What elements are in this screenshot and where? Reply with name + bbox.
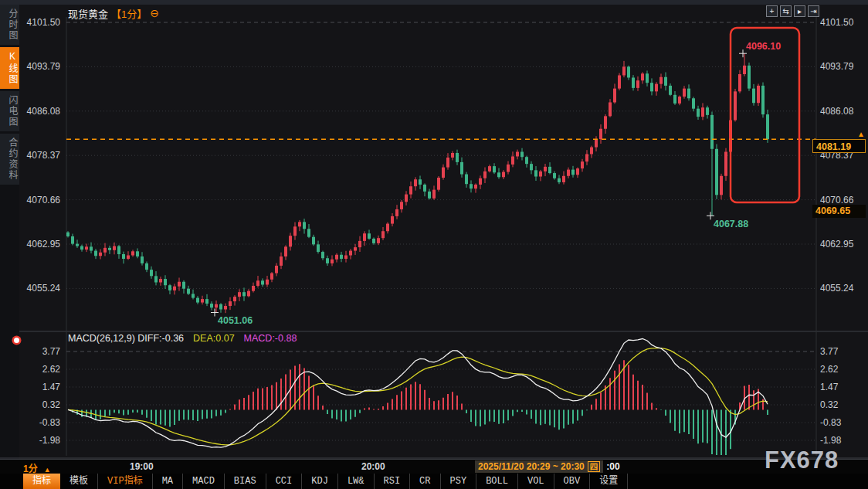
svg-text:-0.83: -0.83 (39, 417, 61, 428)
svg-text:4070.66: 4070.66 (27, 195, 61, 205)
chart-tools: + ⇆ ▸ ⇥ (766, 5, 819, 17)
price-up-arrow-icon: ▲ (857, 130, 865, 138)
crosshair-icon[interactable]: + (766, 5, 778, 17)
pause-icon[interactable]: ⊖ (150, 8, 159, 19)
svg-text:4055.24: 4055.24 (27, 283, 61, 294)
price-annotation: 4051.06 (218, 315, 253, 326)
interval-switch[interactable]: 1分▲ (23, 461, 51, 474)
svg-text:-1.98: -1.98 (820, 435, 842, 446)
svg-text:4093.79: 4093.79 (820, 61, 854, 72)
diff-line (68, 339, 768, 448)
macd-dea-value: DEA:0.07 (193, 333, 235, 344)
svg-text:4093.79: 4093.79 (27, 61, 61, 72)
triangle-up-icon: ▲ (44, 466, 51, 474)
toolbar-item-7[interactable]: KDJ (302, 474, 338, 489)
time-tick: 20:00 (361, 461, 385, 472)
macd-layer (68, 339, 768, 455)
toolbar-item-12[interactable]: BOLL (476, 474, 518, 489)
playback-icon[interactable]: ▸ (794, 5, 805, 17)
svg-text:0.32: 0.32 (42, 399, 61, 410)
svg-text:-1.98: -1.98 (39, 435, 61, 446)
toolbar-item-9[interactable]: RSI (375, 474, 411, 489)
toolbar-item-14[interactable]: OBV (554, 474, 591, 489)
indicator-toolbar: 指标模板VIP指标MAMACDBIASCCIKDJLW&RSICRPSYBOLL… (0, 474, 868, 489)
chart-window: 分时图 K线图 闪电图 合约资料 4101.504101.504093.7940… (0, 0, 868, 489)
crosshair-time-range: 2025/11/20 20:29 ~ 20:30四 :00 (475, 460, 620, 473)
toolbar-item-10[interactable]: CR (410, 474, 440, 489)
toolbar-item-15[interactable]: 设置 (590, 474, 628, 489)
dea-line (68, 348, 768, 445)
current-price-tag: 4081.19 (812, 139, 866, 153)
time-axis: 1分▲ 19:0020:00 2025/11/20 20:29 ~ 20:30四… (0, 459, 868, 474)
svg-text:1.47: 1.47 (42, 382, 61, 392)
toolbar-item-3[interactable]: MA (153, 474, 183, 489)
chart-title-bar: 现货黄金 【1分】 ⊖ (68, 6, 159, 21)
live-dot-icon (14, 338, 19, 343)
interval-tag: 【1分】 (111, 6, 147, 21)
toolbar-item-0[interactable]: 指标 (23, 474, 60, 489)
time-tick: 19:00 (130, 461, 154, 472)
svg-text:1.47: 1.47 (820, 382, 839, 392)
toolbar-item-2[interactable]: VIP指标 (98, 474, 153, 489)
svg-text:2.62: 2.62 (42, 364, 61, 375)
toolbar-item-8[interactable]: LW& (338, 474, 375, 489)
svg-text:4101.50: 4101.50 (27, 17, 61, 28)
price-annotation: 4067.88 (714, 219, 748, 229)
highlight-rectangle (731, 28, 799, 202)
macd-name-diff-value: MACD(26,12,9) DIFF:-0.36 (68, 333, 184, 344)
svg-text:3.77: 3.77 (42, 346, 61, 357)
macd-bar-value: MACD:-0.88 (244, 333, 297, 344)
svg-text:3.77: 3.77 (820, 346, 839, 357)
macd-header: MACD(26,12,9) DIFF:-0.36 DEA:0.07 MACD:-… (68, 333, 297, 344)
svg-text:0.32: 0.32 (820, 399, 839, 410)
time-tick-partial: :00 (606, 461, 619, 472)
price-chart-canvas[interactable]: 4101.504101.504093.794093.794086.084086.… (0, 0, 868, 489)
svg-text:4070.66: 4070.66 (820, 195, 854, 205)
jump-latest-icon[interactable]: ⇥ (808, 5, 819, 17)
reference-price-tag: 4069.65 (812, 205, 866, 218)
toolbar-item-4[interactable]: MACD (183, 474, 225, 489)
svg-text:4055.24: 4055.24 (820, 283, 854, 294)
gridlines (0, 17, 868, 458)
candles-layer (66, 53, 769, 313)
svg-text:4062.95: 4062.95 (27, 239, 61, 250)
toolbar-item-1[interactable]: 模板 (60, 474, 98, 489)
toolbar-item-13[interactable]: VOL (518, 474, 554, 489)
svg-text:4101.50: 4101.50 (820, 17, 854, 28)
toolbar-item-11[interactable]: PSY (441, 474, 477, 489)
indicator-toolbar-items: 指标模板VIP指标MAMACDBIASCCIKDJLW&RSICRPSYBOLL… (23, 474, 628, 489)
svg-text:4086.08: 4086.08 (27, 106, 61, 117)
svg-text:-0.83: -0.83 (820, 417, 842, 428)
svg-text:4086.08: 4086.08 (820, 106, 854, 117)
svg-text:4078.37: 4078.37 (27, 150, 61, 161)
svg-text:2.62: 2.62 (820, 364, 839, 375)
toolbar-item-6[interactable]: CCI (266, 474, 303, 489)
axis-scale-icon[interactable]: ⇆ (780, 5, 792, 17)
weekday-badge: 四 (588, 461, 601, 472)
toolbar-item-5[interactable]: BIAS (225, 474, 266, 489)
svg-text:4062.95: 4062.95 (820, 239, 854, 250)
price-annotation: 4096.10 (746, 41, 781, 52)
symbol-title: 现货黄金 (68, 6, 108, 21)
time-range-highlight: 2025/11/20 20:29 ~ 20:30四 (475, 460, 603, 473)
